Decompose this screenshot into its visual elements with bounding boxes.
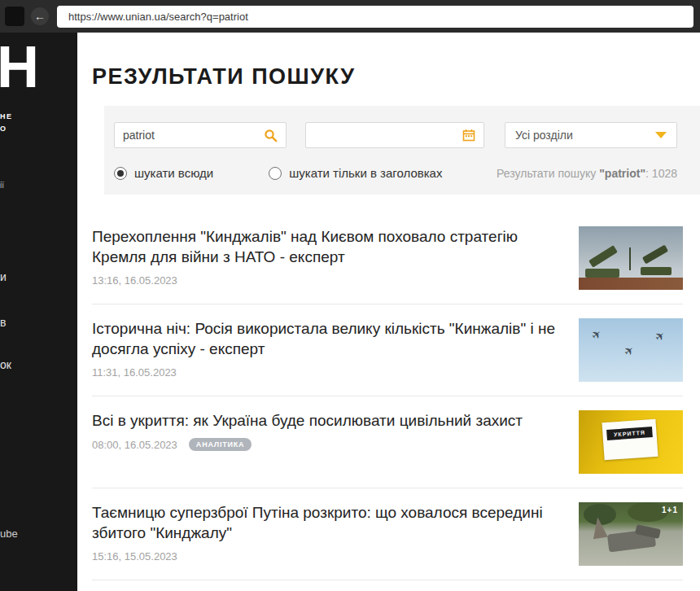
result-meta: 15:16, 15.05.2023 [92, 550, 559, 563]
search-query-field[interactable] [114, 122, 287, 148]
section-select[interactable]: Усі розділи [505, 122, 677, 148]
search-panel: Усі розділи шукати всюди шукати тільки в… [104, 106, 700, 195]
thumb-mast [629, 247, 631, 270]
window-icon [5, 7, 24, 26]
search-query-input[interactable] [123, 129, 259, 142]
unian-logo[interactable]: Н [0, 37, 41, 96]
result-title[interactable]: Таємницю суперзброї Путіна розкрито: що … [92, 502, 559, 543]
url-address-bar[interactable] [57, 6, 693, 28]
sidebar-nav-item[interactable]: в [0, 316, 6, 329]
result-timestamp: 11:31, 16.05.2023 [92, 366, 177, 379]
thumb-missile-cone [590, 516, 607, 539]
result-thumbnail[interactable] [579, 226, 683, 290]
chevron-down-icon [655, 132, 667, 138]
sidebar-nav-item[interactable]: и [0, 270, 7, 283]
back-icon: ← [34, 10, 46, 23]
search-result-item[interactable]: Перехоплення "Кинджалів" над Києвом похо… [92, 212, 683, 304]
jet-icon: ✈ [652, 328, 667, 344]
back-button[interactable]: ← [31, 7, 49, 25]
thumb-launcher [642, 245, 668, 265]
result-timestamp: 15:16, 15.05.2023 [92, 550, 177, 563]
shelter-sign-text: УКРИТТЯ [606, 427, 653, 440]
section-select-value: Усі розділи [515, 129, 655, 142]
main-content: РЕЗУЛЬТАТИ ПОШУКУ [77, 33, 700, 591]
shelter-sign-card: УКРИТТЯ [602, 419, 658, 460]
search-result-item[interactable]: Всі в укриття: як Україна буде посилюват… [92, 396, 683, 488]
result-text-block: Всі в укриття: як Україна буде посилюват… [92, 410, 559, 451]
thumb-truck [585, 269, 619, 278]
radio-search-everywhere[interactable]: шукати всюди [114, 166, 213, 180]
agency-tagline: НЕ О [0, 111, 13, 135]
sidebar: Н НЕ О іїивокube [0, 33, 77, 591]
thumb-launcher [588, 245, 618, 268]
search-results-list: Перехоплення "Кинджалів" над Києвом похо… [90, 212, 683, 580]
result-timestamp: 08:00, 16.05.2023 [92, 439, 177, 451]
result-thumbnail[interactable]: ✈✈✈ [579, 318, 683, 382]
thumb-ground [579, 278, 683, 290]
thumb-truck [641, 267, 672, 275]
jet-icon: ✈ [588, 326, 604, 343]
result-category-badge[interactable]: АНАЛІТИКА [189, 438, 252, 451]
calendar-icon[interactable] [462, 129, 475, 142]
search-result-item[interactable]: Історична ніч: Росія використала велику … [92, 304, 683, 396]
result-meta: 08:00, 16.05.2023 АНАЛІТИКА [92, 438, 559, 451]
results-summary: Результати пошуку "patriot": 1028 [497, 167, 677, 180]
search-icon[interactable] [264, 129, 278, 142]
result-meta: 11:31, 16.05.2023 [92, 366, 559, 379]
radio-button-unchecked[interactable] [269, 167, 282, 180]
date-filter-input[interactable] [314, 129, 457, 142]
sidebar-nav-item[interactable]: ube [0, 528, 18, 540]
result-thumbnail[interactable]: УКРИТТЯ [579, 410, 683, 474]
radio-everywhere-label: шукати всюди [134, 166, 213, 180]
tv-channel-logo: 1+1 [662, 506, 678, 514]
radio-titles-label: шукати тільки в заголовках [289, 166, 442, 180]
date-filter-field[interactable] [305, 122, 484, 148]
radio-button-checked[interactable] [114, 167, 127, 180]
jet-icon: ✈ [621, 343, 637, 359]
result-text-block: Перехоплення "Кинджалів" над Києвом похо… [92, 226, 559, 287]
radio-search-titles-only[interactable]: шукати тільки в заголовках [269, 166, 442, 180]
browser-topbar: ← [0, 0, 700, 33]
result-text-block: Таємницю суперзброї Путіна розкрито: що … [92, 502, 559, 563]
result-thumbnail[interactable]: 1+1 [579, 502, 683, 566]
result-timestamp: 13:16, 16.05.2023 [92, 274, 177, 287]
result-title[interactable]: Перехоплення "Кинджалів" над Києвом похо… [92, 226, 559, 267]
sidebar-nav-item[interactable]: ії [0, 181, 4, 190]
page-title: РЕЗУЛЬТАТИ ПОШУКУ [92, 63, 683, 90]
result-title[interactable]: Історична ніч: Росія використала велику … [92, 318, 559, 359]
result-title[interactable]: Всі в укриття: як Україна буде посилюват… [92, 410, 559, 431]
sidebar-nav-item[interactable]: ок [0, 358, 11, 371]
search-result-item[interactable]: Таємницю суперзброї Путіна розкрито: що … [92, 488, 683, 580]
result-text-block: Історична ніч: Росія використала велику … [92, 318, 559, 379]
result-meta: 13:16, 16.05.2023 [92, 274, 559, 287]
